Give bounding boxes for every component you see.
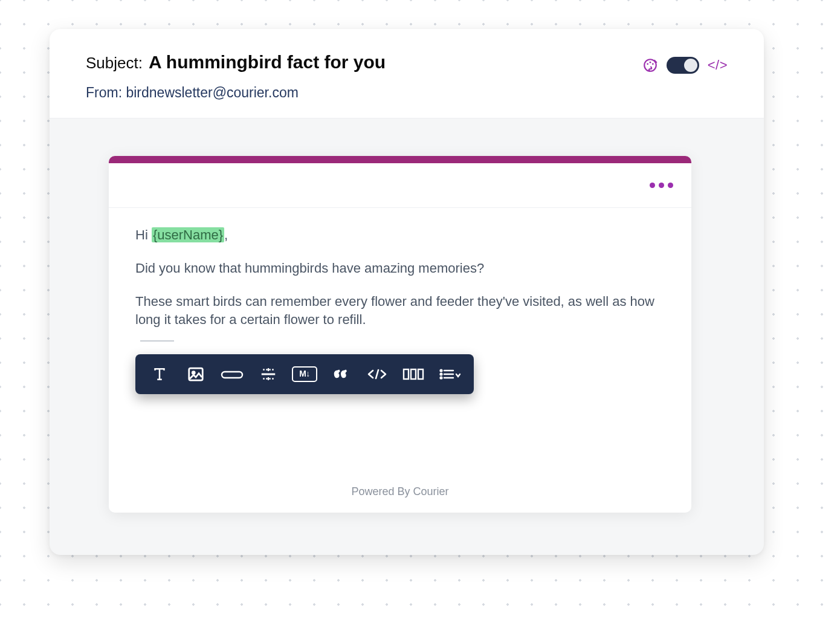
image-block-button[interactable] <box>179 360 213 388</box>
header-left: Subject: A hummingbird fact for you From… <box>86 52 642 101</box>
svg-point-6 <box>192 372 195 374</box>
svg-point-17 <box>441 374 442 375</box>
subject-line[interactable]: Subject: A hummingbird fact for you <box>86 52 642 73</box>
svg-point-3 <box>652 63 654 65</box>
from-line[interactable]: From: birdnewsletter@courier.com <box>86 85 642 101</box>
columns-block-button[interactable] <box>396 360 430 388</box>
svg-rect-7 <box>222 372 242 378</box>
greeting-line: Hi {userName}, <box>135 226 665 245</box>
header-right: </> <box>642 52 728 74</box>
powered-by-footer[interactable]: Powered By Courier <box>109 485 691 498</box>
subject-label: Subject: <box>86 54 143 73</box>
svg-rect-14 <box>418 369 423 379</box>
paragraph-1: Did you know that hummingbirds have amaz… <box>135 259 665 278</box>
palette-icon[interactable] <box>642 57 658 73</box>
toggle-knob <box>684 59 697 72</box>
svg-point-15 <box>441 370 442 372</box>
greeting-suffix: , <box>224 227 228 242</box>
markdown-icon: M↓ <box>292 366 317 382</box>
svg-point-2 <box>649 62 651 63</box>
svg-point-19 <box>441 377 442 379</box>
list-block-button[interactable] <box>433 360 467 388</box>
editor-panel: Subject: A hummingbird fact for you From… <box>50 29 764 555</box>
more-options-icon[interactable] <box>650 183 673 188</box>
svg-rect-13 <box>411 369 416 379</box>
svg-line-11 <box>376 370 378 378</box>
design-code-toggle[interactable] <box>667 57 699 74</box>
email-body[interactable]: Hi {userName}, Did you know that humming… <box>109 208 691 357</box>
markdown-block-button[interactable]: M↓ <box>288 360 321 388</box>
paragraph-2: These smart birds can remember every flo… <box>135 293 665 330</box>
greeting-prefix: Hi <box>135 227 152 242</box>
editor-header: Subject: A hummingbird fact for you From… <box>50 29 764 118</box>
subject-value: A hummingbird fact for you <box>149 52 386 73</box>
email-card-header <box>109 163 691 208</box>
variable-token[interactable]: {userName} <box>152 227 224 242</box>
from-value: birdnewsletter@courier.com <box>126 85 298 100</box>
svg-point-1 <box>647 63 648 65</box>
code-block-button[interactable] <box>360 360 394 388</box>
quote-block-button[interactable] <box>324 360 358 388</box>
text-block-button[interactable] <box>143 360 176 388</box>
code-mode-label[interactable]: </> <box>708 57 728 73</box>
email-preview-card: Hi {userName}, Did you know that humming… <box>109 156 691 513</box>
from-label: From: <box>86 85 122 100</box>
insertion-cursor <box>140 340 174 342</box>
divider-block-button[interactable] <box>251 360 285 388</box>
block-insert-toolbar: M↓ <box>135 354 474 394</box>
email-brand-bar <box>109 156 691 163</box>
svg-rect-12 <box>404 369 409 379</box>
button-block-button[interactable] <box>215 360 249 388</box>
